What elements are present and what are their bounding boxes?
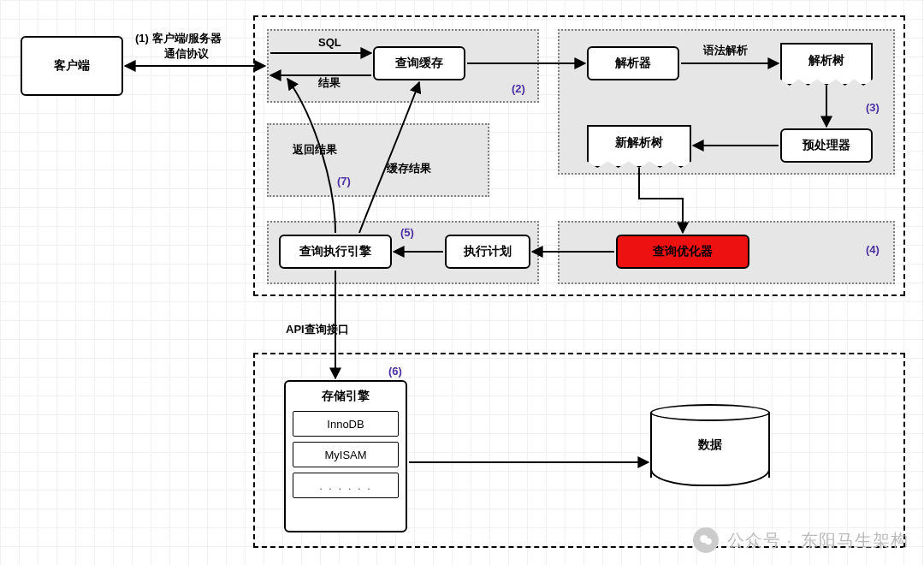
- section-7-label: (7): [337, 175, 351, 187]
- node-exec-plan: 执行计划: [445, 235, 530, 269]
- wechat-icon: [693, 527, 719, 553]
- node-exec-engine: 查询执行引擎: [279, 235, 392, 269]
- node-client-label: 客户端: [54, 58, 90, 74]
- label-return-result: 返回结果: [293, 142, 337, 158]
- node-preprocessor-label: 预处理器: [803, 138, 850, 153]
- storage-engine-innodb-label: InnoDB: [327, 418, 364, 431]
- watermark-name: 东阳马生架构: [801, 529, 909, 552]
- node-preprocessor: 预处理器: [780, 128, 873, 163]
- section-6-label: (6): [388, 365, 402, 378]
- node-client: 客户端: [21, 36, 123, 96]
- node-new-parse-tree-label: 新解析树: [615, 135, 663, 151]
- watermark: 公众号 · 东阳马生架构: [693, 527, 909, 553]
- svg-point-12: [705, 538, 712, 545]
- node-query-cache-label: 查询缓存: [395, 56, 443, 71]
- storage-engine-innodb: InnoDB: [293, 411, 399, 437]
- node-storage-engine: 存储引擎 InnoDB MyISAM . . . . . .: [284, 380, 407, 532]
- label-api-query: API查询接口: [286, 322, 349, 337]
- diagram-canvas: (2) (3) (4) (5) (7) (6) 客户端 查询缓存 解析器 解析树…: [0, 0, 924, 565]
- node-exec-plan-label: 执行计划: [464, 244, 512, 259]
- label-result: 结果: [318, 75, 341, 91]
- label-protocol-1: (1) 客户端/服务器: [135, 31, 222, 46]
- node-data-label: 数据: [698, 437, 722, 453]
- node-parse-tree-label: 解析树: [808, 53, 844, 68]
- section-5-label: (5): [400, 226, 414, 239]
- label-cache-result: 缓存结果: [387, 161, 431, 176]
- storage-engine-more-label: . . . . . .: [319, 479, 372, 492]
- node-data-cylinder: 数据: [650, 404, 770, 486]
- node-new-parse-tree: 新解析树: [587, 125, 691, 168]
- node-parser: 解析器: [587, 46, 679, 80]
- node-storage-engine-label: 存储引擎: [322, 389, 370, 404]
- section-2-label: (2): [512, 82, 525, 95]
- label-protocol-2: 通信协议: [164, 46, 209, 62]
- label-syntax-parse: 语法解析: [703, 43, 748, 58]
- storage-engine-more: . . . . . .: [293, 473, 399, 498]
- node-query-optimizer: 查询优化器: [616, 235, 749, 269]
- node-query-cache: 查询缓存: [373, 46, 465, 80]
- storage-engine-myisam: MyISAM: [293, 442, 399, 467]
- watermark-prefix: 公众号 ·: [727, 529, 792, 552]
- section-3-label: (3): [866, 101, 880, 114]
- storage-engine-myisam-label: MyISAM: [324, 449, 366, 461]
- section-7: [267, 123, 489, 197]
- node-parse-tree: 解析树: [780, 43, 873, 86]
- label-sql: SQL: [318, 36, 341, 49]
- node-parser-label: 解析器: [615, 56, 651, 71]
- node-exec-engine-label: 查询执行引擎: [299, 244, 371, 259]
- node-query-optimizer-label: 查询优化器: [653, 244, 713, 259]
- section-4-label: (4): [866, 243, 880, 256]
